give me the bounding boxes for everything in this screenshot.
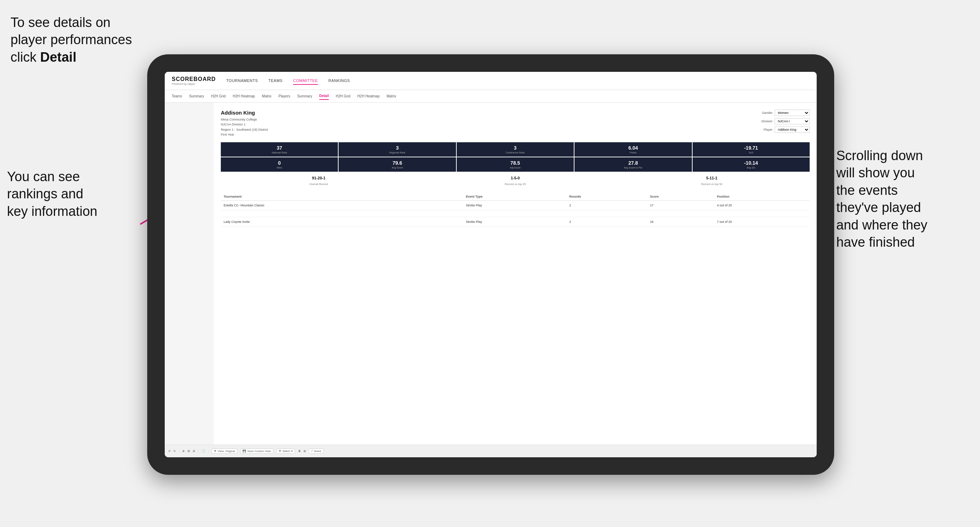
annotation-right: Scrolling down will show you the events …	[836, 147, 969, 251]
stat-regional-rank-value: 3	[340, 145, 454, 151]
toolbar-icon2[interactable]: ⊞	[188, 449, 190, 453]
player-school: Mesa Community College	[221, 117, 268, 122]
toolbar-sep2: |	[198, 449, 199, 453]
toolbar-sep1: |	[179, 449, 180, 453]
view-original-btn[interactable]: 👁 View: Original	[212, 449, 237, 454]
row2-position: 7 out of 20	[714, 217, 810, 226]
nav-teams[interactable]: TEAMS	[269, 77, 283, 85]
stat-sos-label: SoS	[694, 151, 808, 154]
subnav-summary2[interactable]: Summary	[297, 93, 312, 100]
col-score: Score	[648, 193, 714, 201]
watch-chevron-icon: ▾	[291, 449, 293, 453]
table-row	[221, 210, 810, 217]
gender-select[interactable]: Women Men	[775, 110, 810, 116]
col-rounds: Rounds	[566, 193, 647, 201]
annotation-bottomleft-text: You can see rankings and key information	[7, 169, 97, 219]
stat-avg-score-label: Avg Score	[340, 167, 454, 169]
logo: SCOREBOARD Powered by clippd	[172, 76, 216, 86]
subnav-teams[interactable]: Teams	[172, 93, 182, 100]
row1-event-type: Stroke Play	[463, 200, 566, 210]
view-original-label: View: Original	[218, 449, 235, 453]
row2-score: 16	[648, 217, 714, 226]
stat-regional-rank-label: Regional Rank	[340, 151, 454, 154]
share-btn[interactable]: ⤴ Share	[309, 449, 323, 454]
division-select[interactable]: NJCAA I	[775, 118, 810, 124]
stat-adj-score: 78.5 Adj Score	[457, 157, 574, 172]
gender-label: Gender	[762, 111, 773, 114]
logo-title: SCOREBOARD	[172, 76, 216, 83]
subnav-h2hheatmap2[interactable]: H2H Heatmap	[358, 93, 380, 100]
share-icon: ⤴	[311, 449, 313, 453]
player-controls: Gender Women Men Division NJCAA I	[761, 110, 810, 133]
stat-sos: -19.71 SoS	[693, 142, 810, 157]
save-custom-btn[interactable]: 💾 Save Custom View	[240, 449, 273, 454]
subnav-matrix1[interactable]: Matrix	[262, 93, 271, 100]
subnav-matrix2[interactable]: Matrix	[387, 93, 396, 100]
nav-tournaments[interactable]: TOURNAMENTS	[226, 77, 258, 85]
stat-conference-rank: 3 Conference Rank	[457, 142, 574, 157]
nav-items: TOURNAMENTS TEAMS COMMITTEE RANKINGS	[226, 77, 350, 85]
stat-avg-score: 79.6 Avg Score	[339, 157, 456, 172]
view-original-icon: 👁	[214, 449, 216, 453]
player-info: Addison King Mesa Community College NJCA…	[221, 110, 268, 137]
row2-rounds: 2	[566, 217, 647, 226]
gender-control: Gender Women Men	[762, 110, 810, 116]
top-nav: SCOREBOARD Powered by clippd TOURNAMENTS…	[165, 72, 817, 90]
division-label: Division	[761, 119, 773, 123]
subnav-summary1[interactable]: Summary	[189, 93, 204, 100]
toolbar-redo-icon[interactable]: ↻	[173, 449, 176, 453]
record-top25-value: 1-5-0	[420, 176, 611, 180]
stat-adj-score-label: Adj Score	[458, 167, 573, 169]
watch-icon: 👁	[278, 449, 282, 453]
row2-empty	[437, 217, 463, 226]
watch-label: Watch	[283, 449, 290, 453]
share-label: Share	[314, 449, 321, 453]
subnav-detail[interactable]: Detail	[319, 92, 329, 100]
row1-rounds: 2	[566, 200, 647, 210]
record-top25-label: Record vs top 25	[505, 183, 526, 186]
toolbar-grid-icon[interactable]: ⊞	[304, 449, 306, 453]
main-panel: Addison King Mesa Community College NJCA…	[214, 103, 817, 444]
toolbar-icon3[interactable]: ⊟	[193, 449, 195, 453]
annotation-right-text: Scrolling down will show you the events …	[836, 148, 928, 249]
stat-points: 6.04 Points	[574, 142, 692, 157]
record-overall-value: 91-20-1	[223, 176, 415, 180]
division-control: Division NJCAA I	[761, 118, 810, 124]
table-row: Estella CC- Mountain Classic Stroke Play…	[221, 200, 810, 210]
subnav-h2hheatmap1[interactable]: H2H Heatmap	[233, 93, 255, 100]
subnav-h2hgrid1[interactable]: H2H Grid	[211, 93, 226, 100]
stat-conference-rank-label: Conference Rank	[458, 151, 573, 154]
toolbar-monitor-icon[interactable]: 🖥	[298, 449, 301, 453]
record-top25: 1-5-0 Record vs top 25	[417, 174, 613, 189]
player-select[interactable]: Addison King	[775, 127, 810, 133]
stat-wins: 0 Wins	[221, 157, 338, 172]
table-row: Lady Coyote Invite Stroke Play 2 16 7 ou…	[221, 217, 810, 226]
logo-sub: Powered by clippd	[172, 83, 216, 86]
annotation-topleft-text: To see details on player performances cl…	[11, 15, 132, 65]
record-top50-value: 5-11-1	[616, 176, 808, 180]
row1-empty	[437, 200, 463, 210]
col-tournament: Tournament	[221, 193, 437, 201]
stat-avg-score-par-label: Avg Score to Par	[576, 167, 690, 169]
stat-avg-sg: -10.14 Avg SG	[693, 157, 810, 172]
toolbar-clock-icon[interactable]: 🕐	[202, 449, 205, 453]
watch-btn[interactable]: 👁 Watch ▾	[276, 449, 295, 454]
player-division: NJCAA Division 1	[221, 122, 268, 127]
col-empty	[437, 193, 463, 201]
stat-adj-score-value: 78.5	[458, 160, 573, 166]
toolbar-icon1[interactable]: ⊕	[182, 449, 185, 453]
record-top50-label: Record vs top 50	[701, 183, 722, 186]
nav-rankings[interactable]: RANKINGS	[328, 77, 350, 85]
nav-committee[interactable]: COMMITTEE	[293, 77, 318, 85]
stat-points-label: Points	[576, 151, 690, 154]
tournament-table: Tournament Event Type Rounds Score Posit…	[221, 193, 810, 227]
record-overall: 91-20-1 Overall Record	[221, 174, 417, 189]
subnav-players[interactable]: Players	[278, 93, 290, 100]
subnav-h2hgrid2[interactable]: H2H Grid	[336, 93, 350, 100]
stat-avg-sg-label: Avg SG	[694, 167, 808, 169]
row1-tournament: Estella CC- Mountain Classic	[221, 200, 437, 210]
player-label: Player	[764, 128, 773, 132]
player-header: Addison King Mesa Community College NJCA…	[221, 110, 810, 137]
row2-event-type: Stroke Play	[463, 217, 566, 226]
toolbar-undo-icon[interactable]: ↺	[168, 449, 171, 453]
